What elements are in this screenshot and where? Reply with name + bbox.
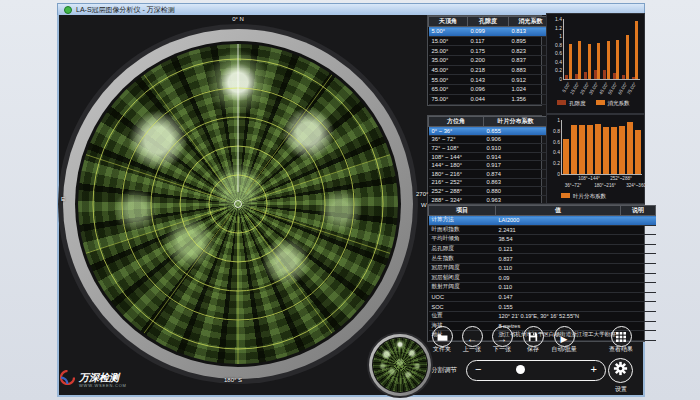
table-cell: 25.00° <box>429 46 468 56</box>
table-cell: 0.837 <box>496 254 621 264</box>
table-cell: 0.044 <box>468 94 509 104</box>
thumbnail-bezel <box>367 332 433 398</box>
table-cell: 0.155 <box>496 302 621 312</box>
logo-mark-icon <box>60 370 75 389</box>
bar <box>619 126 624 174</box>
bar <box>579 125 584 174</box>
compass-west-label: W <box>421 202 427 208</box>
table-cell: 252° ~ 288° <box>429 187 484 196</box>
slider-minus-button[interactable]: − <box>475 364 481 375</box>
table-cell: 120° 21' 0.19"E, 30° 16' 52.55"N <box>496 311 621 321</box>
table-cell: 5.00° <box>429 27 468 37</box>
bar <box>635 21 638 79</box>
column-header[interactable]: 项目 <box>429 206 496 216</box>
table-cell: 0.963 <box>484 195 548 204</box>
y-tick-label: 1 <box>557 118 562 123</box>
table-row[interactable]: 0° ~ 36°0.655 <box>429 127 548 136</box>
table-row[interactable]: 计算方法LAI2000 <box>429 216 656 226</box>
y-tick-label: 0.6 <box>553 139 562 144</box>
table-cell <box>621 273 656 283</box>
table-row[interactable]: 散射开阔度0.110 <box>429 283 656 293</box>
table-row[interactable]: 35.00°0.2000.837 <box>429 56 553 66</box>
table-cell: 55.00° <box>429 75 468 85</box>
table-row[interactable]: 25.00°0.1750.823 <box>429 46 553 56</box>
table-row[interactable]: UOC0.147 <box>429 292 656 302</box>
table-row[interactable]: 5.00°0.0990.813 <box>429 27 553 37</box>
table-row[interactable]: 丛生指数0.837 <box>429 254 656 264</box>
auto-batch-button[interactable]: ▶ <box>554 326 575 347</box>
table-row[interactable]: 叶面积指数2.2431 <box>429 225 656 235</box>
bar <box>635 130 640 174</box>
column-header[interactable]: 叶片分布系数 <box>484 117 548 127</box>
table-row[interactable]: 65.00°0.0961.024 <box>429 85 553 95</box>
y-tick-label: 0.4 <box>555 59 564 64</box>
canopy-photo[interactable] <box>78 44 398 364</box>
table-row[interactable]: 252° ~ 288°0.880 <box>429 187 548 196</box>
results-table: 项目值说明计算方法LAI2000叶面积指数2.2431平均叶倾角38.54总孔隙… <box>427 204 645 342</box>
table-row[interactable]: 108° ~ 144°0.914 <box>429 152 548 161</box>
arrow-right-icon: → <box>497 328 507 346</box>
bar <box>595 124 600 174</box>
y-tick-label: 1 <box>559 34 564 39</box>
column-header[interactable]: 值 <box>496 206 621 216</box>
column-header[interactable]: 天顶角 <box>429 17 468 27</box>
brand-logo: 万深检测 WWW.WSEEN.COM <box>60 370 127 389</box>
column-header[interactable]: 孔隙度 <box>468 17 509 27</box>
table-row[interactable]: 位置120° 21' 0.19"E, 30° 16' 52.55"N <box>429 311 656 321</box>
table-row[interactable]: 15.00°0.1170.895 <box>429 36 553 46</box>
x-tick-label: 36°~72° <box>565 184 582 189</box>
table-row[interactable]: 55.00°0.1430.912 <box>429 75 553 85</box>
table-cell: 丛生指数 <box>429 254 496 264</box>
table-cell: 0.110 <box>496 263 621 273</box>
table-cell <box>621 283 656 293</box>
table-cell <box>621 263 656 273</box>
view-results-button[interactable] <box>611 326 632 347</box>
bar <box>616 40 619 79</box>
table-cell: LAI2000 <box>496 216 621 226</box>
prev-image-button[interactable]: ← <box>462 326 483 347</box>
table-cell: SOC <box>429 302 496 312</box>
legend-label: 孔隙度 <box>569 100 586 106</box>
table-cell: 72° ~ 108° <box>429 144 484 153</box>
column-header[interactable]: 说明 <box>621 206 656 216</box>
play-icon: ▶ <box>561 328 568 346</box>
table-row[interactable]: 平均叶倾角38.54 <box>429 235 656 245</box>
canopy-thumbnail[interactable] <box>373 338 427 392</box>
slider-knob[interactable] <box>516 365 525 374</box>
legend-swatch <box>561 193 570 198</box>
table-row[interactable]: 216° ~ 252°0.863 <box>429 178 548 187</box>
legend-label: 叶片分布系数 <box>573 193 606 199</box>
bar <box>603 127 608 174</box>
table-row[interactable]: 180° ~ 216°0.874 <box>429 169 548 178</box>
arrow-left-icon: ← <box>467 328 477 346</box>
table-row[interactable]: 288° ~ 324°0.963 <box>429 195 548 204</box>
table-cell: 0.09 <box>496 273 621 283</box>
compass-south-label: 180° S <box>224 377 242 383</box>
table-row[interactable]: 冠层开阔度0.110 <box>429 263 656 273</box>
gear-icon <box>613 361 628 380</box>
table-row[interactable]: 冠层郁闭度0.09 <box>429 273 656 283</box>
azimuth-table: 方位角叶片分布系数0° ~ 36°0.65536° ~ 72°0.90672° … <box>427 115 542 214</box>
slider-plus-button[interactable]: + <box>591 364 597 375</box>
table-row[interactable]: 36° ~ 72°0.906 <box>429 135 548 144</box>
split-adjust-slider[interactable]: − + <box>466 360 606 381</box>
table-cell: 216° ~ 252° <box>429 178 484 187</box>
table-row[interactable]: 45.00°0.2180.883 <box>429 65 553 75</box>
table-row[interactable]: 75.00°0.0441.356 <box>429 94 553 104</box>
next-image-button[interactable]: → <box>492 326 513 347</box>
folder-icon <box>437 328 448 346</box>
column-header[interactable]: 方位角 <box>429 117 484 127</box>
table-row[interactable]: 72° ~ 108°0.910 <box>429 144 548 153</box>
settings-button[interactable] <box>608 358 633 383</box>
table-row[interactable]: 144° ~ 180°0.917 <box>429 161 548 170</box>
folder-button[interactable] <box>432 326 453 347</box>
save-button[interactable] <box>523 326 544 347</box>
table-cell: 0.917 <box>484 161 548 170</box>
table-row[interactable]: SOC0.155 <box>429 302 656 312</box>
x-tick-label: 108°~144° <box>578 177 600 182</box>
table-row[interactable]: 总孔隙度0.121 <box>429 244 656 254</box>
y-tick-label: 1.4 <box>555 17 564 22</box>
x-tick-label: 252°~288° <box>610 177 632 182</box>
table-cell: 0.863 <box>484 178 548 187</box>
y-tick-label: 0.8 <box>553 128 562 133</box>
